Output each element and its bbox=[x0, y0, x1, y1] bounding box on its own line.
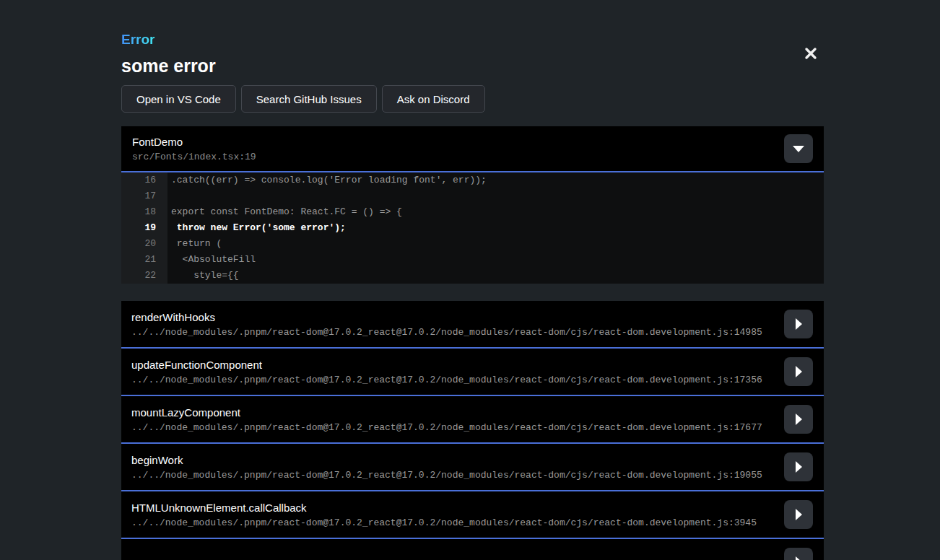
stack-trace-row-text: mountLazyComponent ../../node_modules/.p… bbox=[131, 406, 762, 433]
stack-trace-row[interactable]: mountLazyComponent ../../node_modules/.p… bbox=[121, 396, 824, 444]
stack-trace-function-name: HTMLUnknownElement.callCallback bbox=[131, 502, 757, 514]
line-number: 17 bbox=[121, 188, 167, 204]
stack-trace-row-text: beginWork ../../node_modules/.pnpm/react… bbox=[131, 454, 762, 481]
chevron-down-icon bbox=[793, 146, 804, 152]
stack-frame-function-name: FontDemo bbox=[132, 136, 256, 148]
stack-trace-function-name: mountLazyComponent bbox=[131, 406, 762, 419]
triangle-right-icon bbox=[796, 414, 802, 425]
line-number: 22 bbox=[121, 268, 167, 284]
code-text bbox=[167, 188, 171, 204]
code-text: <AbsoluteFill bbox=[167, 252, 256, 268]
search-github-issues-button[interactable]: Search GitHub Issues bbox=[241, 85, 377, 113]
stack-trace-row[interactable]: beginWork ../../node_modules/.pnpm/react… bbox=[121, 444, 824, 491]
code-text: export const FontDemo: React.FC = () => … bbox=[167, 204, 402, 220]
code-line: 16 .catch((err) => console.log('Error lo… bbox=[121, 172, 824, 188]
stack-trace-file-path: ../../node_modules/.pnpm/react-dom@17.0.… bbox=[131, 375, 762, 385]
stack-trace-function-name: renderWithHooks bbox=[131, 311, 762, 323]
code-line: 19 throw new Error('some error'); bbox=[121, 220, 824, 236]
expand-stack-frame-button[interactable] bbox=[784, 310, 813, 338]
stack-trace-list: renderWithHooks ../../node_modules/.pnpm… bbox=[121, 301, 824, 560]
stack-trace-row[interactable]: updateFunctionComponent ../../node_modul… bbox=[121, 349, 824, 396]
triangle-right-icon bbox=[796, 366, 802, 377]
stack-frame-file-location: src/Fonts/index.tsx:19 bbox=[132, 152, 256, 162]
error-overlay: Error some error Open in VS Code Search … bbox=[121, 0, 824, 560]
expand-stack-frame-button[interactable] bbox=[784, 548, 813, 560]
stack-trace-file-path: ../../node_modules/.pnpm/react-dom@17.0.… bbox=[131, 470, 762, 481]
expand-stack-frame-button[interactable] bbox=[784, 500, 813, 529]
code-frame-header-text: FontDemo src/Fonts/index.tsx:19 bbox=[132, 136, 256, 162]
action-buttons-row: Open in VS Code Search GitHub Issues Ask… bbox=[121, 85, 824, 113]
stack-trace-row[interactable]: HTMLUnknownElement.callCallback ../../no… bbox=[121, 491, 824, 539]
code-line: 22 style={{ bbox=[121, 268, 824, 284]
stack-trace-file-path: ../../node_modules/.pnpm/react-dom@17.0.… bbox=[131, 517, 757, 528]
stack-trace-row-text: renderWithHooks ../../node_modules/.pnpm… bbox=[131, 311, 762, 338]
stack-trace-row-text: updateFunctionComponent ../../node_modul… bbox=[131, 359, 762, 385]
triangle-right-icon bbox=[796, 509, 802, 520]
code-frame-header: FontDemo src/Fonts/index.tsx:19 bbox=[121, 126, 824, 172]
stack-trace-file-path: ../../node_modules/.pnpm/react-dom@17.0.… bbox=[131, 422, 762, 433]
stack-trace-row[interactable] bbox=[121, 539, 824, 560]
open-in-vscode-button[interactable]: Open in VS Code bbox=[121, 85, 236, 113]
code-text: return ( bbox=[167, 236, 222, 252]
expand-stack-frame-button[interactable] bbox=[784, 405, 813, 434]
error-message-title: some error bbox=[121, 56, 824, 74]
stack-trace-row[interactable]: renderWithHooks ../../node_modules/.pnpm… bbox=[121, 301, 824, 349]
expand-stack-frame-button[interactable] bbox=[784, 357, 813, 386]
line-number: 16 bbox=[121, 172, 167, 188]
stack-trace-row-text: HTMLUnknownElement.callCallback ../../no… bbox=[131, 502, 757, 528]
triangle-right-icon bbox=[796, 318, 802, 330]
code-line: 20 return ( bbox=[121, 236, 824, 252]
code-text: .catch((err) => console.log('Error loadi… bbox=[167, 172, 487, 188]
code-text: throw new Error('some error'); bbox=[167, 220, 346, 236]
code-text: style={{ bbox=[167, 268, 239, 284]
stack-trace-function-name: updateFunctionComponent bbox=[131, 359, 762, 371]
triangle-right-icon bbox=[796, 461, 802, 473]
triangle-right-icon bbox=[796, 556, 802, 560]
stack-trace-file-path: ../../node_modules/.pnpm/react-dom@17.0.… bbox=[131, 327, 762, 338]
collapse-code-frame-button[interactable] bbox=[784, 134, 813, 163]
code-line: 17 bbox=[121, 188, 824, 204]
code-frame-panel: FontDemo src/Fonts/index.tsx:19 16 .catc… bbox=[121, 126, 824, 284]
code-line: 18 export const FontDemo: React.FC = () … bbox=[121, 204, 824, 220]
close-button[interactable] bbox=[801, 43, 821, 64]
code-snippet: 16 .catch((err) => console.log('Error lo… bbox=[121, 172, 824, 284]
ask-on-discord-button[interactable]: Ask on Discord bbox=[382, 85, 485, 113]
line-number: 20 bbox=[121, 236, 167, 252]
code-line: 21 <AbsoluteFill bbox=[121, 252, 824, 268]
line-number: 18 bbox=[121, 204, 167, 220]
expand-stack-frame-button[interactable] bbox=[784, 452, 813, 481]
line-number: 19 bbox=[121, 220, 167, 236]
error-kicker: Error bbox=[121, 32, 155, 48]
line-number: 21 bbox=[121, 252, 167, 268]
close-icon bbox=[804, 46, 818, 61]
stack-trace-function-name: beginWork bbox=[131, 454, 762, 466]
